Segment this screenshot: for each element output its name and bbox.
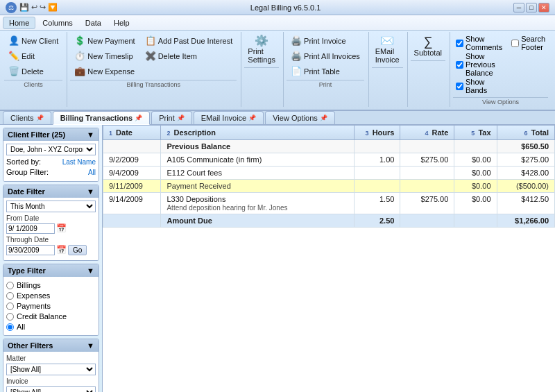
table-row[interactable]: 9/14/2009 L330 Depositions Attend deposi… [103,193,555,214]
new-client-button[interactable]: 👤 New Client [4,33,62,48]
col-description[interactable]: 2 Description [161,126,354,140]
from-date-calendar-icon[interactable]: 📅 [56,223,67,234]
col-hours[interactable]: 3 Hours [354,126,400,140]
view-options-group-label: View Options [453,97,548,105]
row-payment-tax: $0.00 [454,180,497,193]
edit-button[interactable]: ✏️ Edit [4,49,62,63]
go-button[interactable]: Go [68,245,87,255]
matter-select[interactable]: [Show All] [6,364,96,375]
col-tax[interactable]: 5 Tax [454,126,497,140]
minimize-button[interactable]: ─ [513,3,524,12]
email-buttons: ✉️ EMail Invoice [372,33,403,66]
menu-columns[interactable]: Columns [37,17,78,28]
delete-button[interactable]: 🗑️ Delete [4,64,62,78]
client-select[interactable]: Doe, John - XYZ Corporatio... [6,144,96,155]
col-date[interactable]: 1 Date [103,126,161,140]
sidebar: Client Filter (25) ▼ Doe, John - XYZ Cor… [0,125,103,392]
tab-clients-label: Clients [10,114,34,122]
show-previous-balance-checkbox[interactable]: Show Previous Balance [456,52,504,77]
date-filter-chevron: ▼ [87,187,94,196]
delete-item-button[interactable]: ✖️ Delete Item [141,49,237,63]
sort-last-name-link[interactable]: Last Name [62,158,96,166]
row-prev-total: $650.50 [497,140,554,153]
print-all-invoices-button[interactable]: 🖨️ Print All Invoices [287,49,364,63]
tab-strip: Clients 📌 Billing Transactions 📌 Print 📌… [0,111,555,125]
from-date-input[interactable] [6,223,55,234]
tab-clients[interactable]: Clients 📌 [3,111,51,124]
type-all[interactable]: All [6,323,96,331]
new-payment-button[interactable]: 💲 New Payment [70,33,139,48]
tab-view-options[interactable]: View Options 📌 [265,111,335,124]
window-controls: ─ □ ✕ [513,3,549,12]
show-bands-label: Show Bands [466,78,504,94]
print-settings-button[interactable]: ⚙️ Print Settings [244,33,279,66]
edit-label: Edit [22,52,35,60]
print-settings-label: Print Settings [248,47,275,64]
show-previous-balance-label: Show Previous Balance [466,52,504,77]
other-filters-header[interactable]: Other Filters ▼ [3,339,99,352]
menu-help[interactable]: Help [108,17,135,28]
table-row[interactable]: 9/4/2009 E112 Court fees $0.00 $428.00 [103,167,555,180]
through-date-row: 📅 Go [6,245,96,255]
date-filter-header[interactable]: Date Filter ▼ [3,185,99,198]
row1-hours: 1.00 [354,153,400,167]
row4-tax: $0.00 [454,193,497,214]
quick-access-icons: 💾 ↩ ↪ 🔽 [19,3,58,12]
footer-total: $1,266.00 [497,214,554,228]
maximize-button[interactable]: □ [526,3,537,12]
ribbon-group-email: ✉️ EMail Invoice [370,32,408,107]
matter-label: Matter [6,355,96,362]
show-comments-checkbox[interactable]: Show Comments [456,35,504,51]
print-buttons: 🖨️ Print Invoice 🖨️ Print All Invoices 📄… [287,33,364,78]
delete-icon: 🗑️ [8,66,19,76]
date-range-select[interactable]: This Month [6,201,96,212]
date-filter-section: Date Filter ▼ This Month From Date 📅 Thr… [3,185,99,261]
row4-description: L330 Depositions Attend deposition heari… [161,193,354,214]
menu-home[interactable]: Home [3,17,35,29]
type-expenses[interactable]: Expenses [6,291,96,300]
new-expense-button[interactable]: 💼 New Expense [70,64,139,78]
type-filter-header[interactable]: Type Filter ▼ [3,264,99,277]
date-filter-body: This Month From Date 📅 Through Date 📅 Go [3,198,99,260]
tab-billing-transactions[interactable]: Billing Transactions 📌 [53,111,151,125]
add-past-due-button[interactable]: 📋 Add Past Due Interest [141,33,237,48]
table-row[interactable]: Previous Balance $650.50 [103,140,555,153]
row2-hours [354,167,400,180]
footer-label: Amount Due [161,214,354,228]
footer-tax [454,214,497,228]
group-all-link[interactable]: All [88,169,96,176]
tab-email[interactable]: EMail Invoice 📌 [194,111,264,124]
billing-buttons: 💲 New Payment ⏱️ New Timeslip 💼 New Expe… [70,33,237,78]
client-filter-header[interactable]: Client Filter (25) ▼ [3,128,99,141]
title-bar: ⚖ 💾 ↩ ↪ 🔽 Legal Billing v6.5.0.1 ─ □ ✕ [0,0,555,15]
print-invoice-button[interactable]: 🖨️ Print Invoice [287,33,364,48]
tab-print[interactable]: Print 📌 [151,111,192,124]
show-bands-checkbox[interactable]: Show Bands [456,78,504,94]
through-date-input[interactable] [6,245,55,255]
col-total[interactable]: 6 Total [497,126,554,140]
row1-tax: $0.00 [454,153,497,167]
subtotal-button[interactable]: ∑ Subtotal [411,33,445,59]
through-date-calendar-icon[interactable]: 📅 [56,245,67,255]
billing-col: 💲 New Payment ⏱️ New Timeslip 💼 New Expe… [70,33,139,78]
window-title: Legal Billing v6.5.0.1 [58,3,513,12]
type-billings[interactable]: Billings [6,281,96,289]
col-rate[interactable]: 4 Rate [400,126,454,140]
email-invoice-button[interactable]: ✉️ EMail Invoice [372,33,403,66]
type-payments[interactable]: Payments [6,302,96,310]
new-payment-icon: 💲 [74,35,85,46]
search-footer-checkbox[interactable]: Search Footer [511,35,545,51]
new-timeslip-button[interactable]: ⏱️ New Timeslip [70,49,139,63]
table-row[interactable]: 9/2/2009 A105 Communicate (in firm) 1.00… [103,153,555,167]
print-table-button[interactable]: 📄 Print Table [287,64,364,78]
table-row[interactable]: 9/11/2009 Payment Received $0.00 ($500.0… [103,180,555,193]
close-button[interactable]: ✕ [538,3,549,12]
title-bar-left: ⚖ 💾 ↩ ↪ 🔽 [6,2,58,13]
type-credit-balance[interactable]: Credit Balance [6,312,96,321]
client-filter-body: Doe, John - XYZ Corporatio... Sorted by:… [3,141,99,181]
invoice-select[interactable]: [Show All] [6,386,96,392]
row2-description: E112 Court fees [161,167,354,180]
row4-total: $412.50 [497,193,554,214]
menu-data[interactable]: Data [80,17,107,28]
subtotal-buttons: ∑ Subtotal [411,33,445,59]
